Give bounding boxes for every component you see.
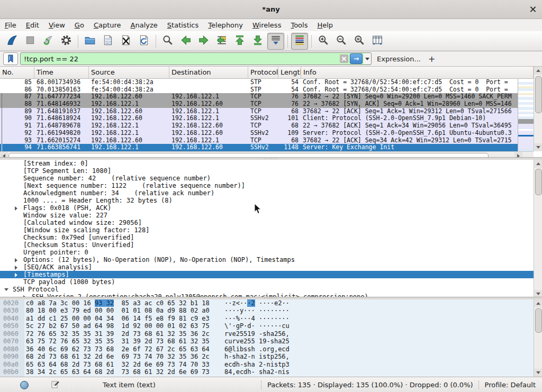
menu-help[interactable]: Help bbox=[312, 20, 338, 30]
go-to-packet-button[interactable] bbox=[213, 33, 230, 50]
hex-row-0030[interactable]: 003080 18 00 e3 79 ed 00 00 01 01 08 0a … bbox=[0, 307, 542, 314]
filter-bookmark-button[interactable] bbox=[3, 52, 18, 65]
menu-edit[interactable]: Edit bbox=[21, 20, 44, 30]
details-vscrollbar[interactable] bbox=[534, 160, 542, 298]
hex-row-0020[interactable]: 0020c0 a8 7a 3c 00 16 93 32 85 a3 ac c0 … bbox=[0, 299, 542, 307]
packet-row-88[interactable]: 8871.648146932192.168.122.1192.168.122.6… bbox=[0, 101, 518, 108]
menu-go[interactable]: Go bbox=[70, 20, 89, 30]
auto-scroll-toggle-button[interactable] bbox=[267, 33, 284, 50]
column-header-no[interactable]: No. bbox=[0, 67, 34, 78]
hex-bytes[interactable]: 65 63 64 68 2d 73 68 61 32 2d 6e 69 73 7… bbox=[26, 361, 210, 368]
detail-line-8[interactable]: [Calculated window size: 29056] bbox=[0, 219, 542, 226]
go-first-packet-button[interactable] bbox=[231, 33, 248, 50]
go-last-packet-button[interactable] bbox=[249, 33, 266, 50]
detail-line-13[interactable]: Options: (12 bytes), No-Operation (NOP),… bbox=[0, 256, 542, 263]
display-filter-input[interactable] bbox=[21, 53, 340, 64]
detail-line-3[interactable]: [Next sequence number: 1122 (relative se… bbox=[0, 182, 542, 189]
packet-row-89[interactable]: 8971.648191037192.168.122.60192.168.122.… bbox=[0, 108, 518, 115]
detail-line-14[interactable]: [SEQ/ACK analysis] bbox=[0, 263, 542, 271]
hex-row-0090[interactable]: 009068 2d 73 68 61 32 2d 6e 69 73 74 70 … bbox=[0, 353, 542, 360]
expert-info-icon[interactable] bbox=[20, 381, 29, 389]
packet-row-85[interactable]: 8568.001734936fe:54:00:d4:38:2aSTP54Conf… bbox=[0, 79, 518, 86]
hex-row-0060[interactable]: 006072 76 65 32 35 35 31 39 2d 73 68 61 … bbox=[0, 330, 542, 338]
scrollbar-thumb[interactable] bbox=[535, 308, 542, 333]
chevron-right-icon[interactable] bbox=[15, 258, 17, 262]
hex-row-0050[interactable]: 00505c 27 b2 67 50 ad 64 98 1d 92 00 00 … bbox=[0, 322, 542, 330]
hex-ascii[interactable]: \'·gP·d· ······cu bbox=[224, 322, 290, 330]
intelligent-scrollbar-minimap[interactable] bbox=[518, 79, 534, 151]
filter-history-dropdown[interactable] bbox=[364, 53, 371, 64]
detail-line-9[interactable]: [Window size scaling factor: 128] bbox=[0, 226, 542, 234]
detail-line-17[interactable]: SSH Protocol bbox=[0, 286, 542, 293]
reload-capture-file-button[interactable] bbox=[136, 33, 152, 50]
column-header-length[interactable]: Length bbox=[278, 67, 301, 78]
scrollbar-thumb[interactable] bbox=[535, 76, 542, 113]
hex-bytes[interactable]: 68 2d 73 68 61 32 2d 6e 69 73 74 70 32 3… bbox=[26, 353, 210, 360]
hex-bytes[interactable]: 80 18 00 e3 79 ed 00 00 01 01 08 0a d9 8… bbox=[26, 307, 210, 314]
open-capture-file-button[interactable] bbox=[82, 33, 98, 50]
detail-line-7[interactable]: Window size value: 227 bbox=[0, 212, 542, 219]
menu-capture[interactable]: Capture bbox=[89, 20, 126, 30]
hex-row-0070[interactable]: 007063 75 72 76 65 32 35 35 31 39 2d 73 … bbox=[0, 338, 542, 345]
capture-options-button[interactable] bbox=[58, 33, 75, 50]
zoom-out-button[interactable] bbox=[333, 33, 350, 50]
menu-file[interactable]: File bbox=[0, 20, 21, 30]
packet-list-vscrollbar[interactable] bbox=[534, 67, 542, 151]
hex-bytes[interactable]: 63 75 72 76 65 32 35 35 31 39 2d 73 68 6… bbox=[26, 338, 210, 345]
packet-row-91[interactable]: 9171.648789678192.168.122.1192.168.122.6… bbox=[0, 122, 518, 130]
stop-capture-button[interactable] bbox=[22, 33, 39, 50]
detail-line-15[interactable]: [Timestamps] bbox=[0, 271, 542, 278]
hex-ascii[interactable]: ecdh-sha 2-nistp3 bbox=[224, 361, 290, 368]
menu-telephony[interactable]: Telephony bbox=[203, 20, 248, 30]
packet-row-86[interactable]: 8670.013850163fe:54:00:d4:38:2aSTP54Conf… bbox=[0, 86, 518, 94]
packet-row-90[interactable]: 9071.648618924192.168.122.60192.168.122.… bbox=[0, 115, 518, 122]
hex-bytes[interactable]: a1 dd c1 25 00 00 04 34 06 14 f5 e8 f9 8… bbox=[26, 315, 210, 322]
close-capture-file-button[interactable] bbox=[118, 33, 134, 50]
chevron-right-icon[interactable] bbox=[15, 206, 17, 211]
expression-button[interactable]: Expression... bbox=[377, 55, 421, 63]
column-header-destination[interactable]: Destination bbox=[169, 67, 248, 78]
scroll-up-icon[interactable] bbox=[534, 67, 542, 75]
hex-ascii[interactable]: ··z<···2 ····e2·· bbox=[224, 299, 290, 307]
colorize-toggle-button[interactable] bbox=[291, 33, 308, 50]
detail-line-2[interactable]: Sequence number: 42 (relative sequence n… bbox=[0, 175, 542, 182]
menu-view[interactable]: View bbox=[44, 20, 70, 30]
chevron-right-icon[interactable] bbox=[15, 266, 17, 270]
scroll-down-icon[interactable] bbox=[534, 369, 542, 377]
chevron-down-icon[interactable] bbox=[4, 288, 8, 291]
hex-row-00b0[interactable]: 00b038 34 2c 65 63 64 68 2d 73 68 61 32 … bbox=[0, 368, 542, 376]
menu-wireless[interactable]: Wireless bbox=[248, 20, 286, 30]
packet-row-87[interactable]: 8771.647777234192.168.122.60192.168.122.… bbox=[0, 93, 518, 101]
column-header-protocol[interactable]: Protocol bbox=[248, 67, 278, 78]
scroll-down-icon[interactable] bbox=[534, 143, 542, 151]
restart-capture-button[interactable] bbox=[40, 33, 57, 50]
hex-row-0080[interactable]: 008036 40 6c 69 62 73 73 68 2e 6f 72 67 … bbox=[0, 345, 542, 353]
hex-bytes[interactable]: 5c 27 b2 67 50 ad 64 98 1d 92 00 00 01 0… bbox=[26, 322, 210, 330]
title-bar[interactable]: *any bbox=[0, 0, 542, 19]
hex-ascii[interactable]: h-sha2-n istp256, bbox=[224, 353, 290, 360]
hex-ascii[interactable]: ···%···4 ········ bbox=[224, 315, 290, 322]
detail-line-12[interactable]: Urgent pointer: 0 bbox=[0, 249, 542, 256]
hex-bytes[interactable]: 38 34 2c 65 63 64 68 2d 73 68 61 32 2d 6… bbox=[26, 368, 210, 376]
hex-row-00a0[interactable]: 00a065 63 64 68 2d 73 68 61 32 2d 6e 69 … bbox=[0, 361, 542, 368]
menu-statistics[interactable]: Statistics bbox=[162, 20, 203, 30]
zoom-in-button[interactable] bbox=[315, 33, 332, 50]
packet-row-92[interactable]: 9271.661949820192.168.122.1192.168.122.6… bbox=[0, 130, 518, 137]
find-packet-button[interactable] bbox=[159, 33, 176, 50]
detail-line-0[interactable]: [Stream index: 0] bbox=[0, 160, 542, 167]
go-back-button[interactable] bbox=[177, 33, 194, 50]
detail-line-11[interactable]: [Checksum Status: Unverified] bbox=[0, 241, 542, 249]
resize-columns-button[interactable] bbox=[369, 33, 386, 50]
start-capture-button[interactable] bbox=[4, 33, 21, 50]
filter-clear-icon[interactable] bbox=[340, 54, 348, 63]
chevron-right-icon[interactable] bbox=[15, 273, 17, 277]
menu-tools[interactable]: Tools bbox=[286, 20, 312, 30]
capture-comment-icon[interactable] bbox=[51, 380, 59, 390]
save-capture-file-button[interactable]: 010101100011 bbox=[100, 33, 116, 50]
hex-ascii[interactable]: 6@libssh .org,ecd bbox=[224, 345, 290, 353]
add-filter-button[interactable]: + bbox=[428, 54, 435, 64]
packet-row-94[interactable]: 9471.663856741192.168.122.1192.168.122.6… bbox=[0, 144, 518, 151]
hex-bytes[interactable]: c0 a8 7a 3c 00 16 93 32 85 a3 ac c0 65 3… bbox=[26, 299, 210, 307]
detail-line-5[interactable]: 1000 .... = Header Length: 32 bytes (8) bbox=[0, 197, 542, 204]
detail-line-4[interactable]: Acknowledgment number: 34 (relative ack … bbox=[0, 189, 542, 197]
